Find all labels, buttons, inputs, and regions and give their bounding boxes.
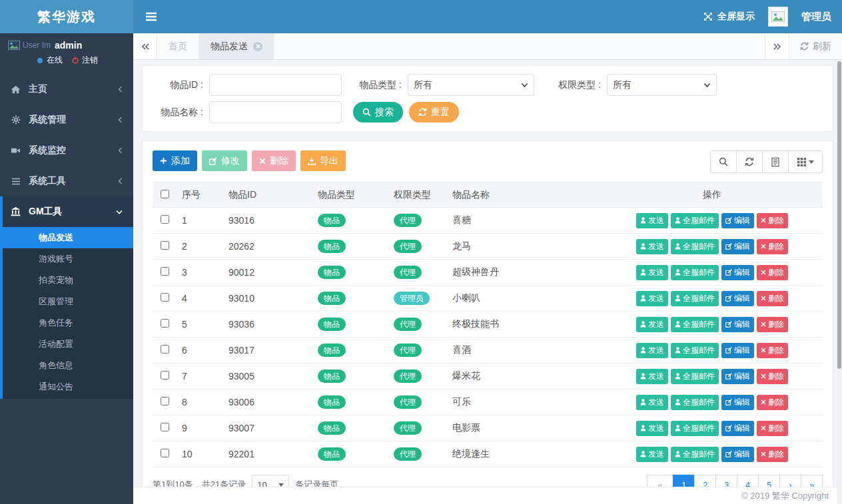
tab-close-icon[interactable] <box>253 42 262 51</box>
close-icon <box>761 296 766 301</box>
perm-type-select[interactable]: 所有 <box>607 74 717 96</box>
toggle-view-button[interactable] <box>762 150 789 173</box>
sidebar-item-gm-tools[interactable]: GM工具 <box>3 196 133 227</box>
delete-button[interactable]: 删除 <box>757 265 788 280</box>
sidebar-menu: 主页 系统管理 系统监控 系统工具 <box>0 74 133 196</box>
mail-all-button[interactable]: 全服邮件 <box>671 213 719 228</box>
delete-button[interactable]: 删除 <box>757 317 788 332</box>
tab-home[interactable]: 首页 <box>157 33 199 59</box>
edit-button[interactable]: 编辑 <box>721 291 754 306</box>
mail-all-button[interactable]: 全服邮件 <box>671 265 719 280</box>
send-button[interactable]: 发送 <box>636 343 668 358</box>
logout-button[interactable]: 注销 <box>72 55 98 66</box>
row-checkbox[interactable] <box>161 371 169 379</box>
item-type-select[interactable]: 所有 <box>408 74 534 96</box>
tabs-scroll-left-button[interactable] <box>133 33 157 59</box>
table-search-toggle-button[interactable] <box>710 150 737 173</box>
mail-all-button[interactable]: 全服邮件 <box>671 317 719 332</box>
delete-button[interactable]: 删除 <box>757 239 788 254</box>
send-button[interactable]: 发送 <box>636 395 668 410</box>
row-checkbox[interactable] <box>161 319 169 328</box>
sidebar-subitem-角色信息[interactable]: 角色信息 <box>3 355 133 376</box>
mail-all-button[interactable]: 全服邮件 <box>671 395 719 410</box>
cell-no: 3 <box>177 260 223 286</box>
sidebar-subitem-拍卖宠物[interactable]: 拍卖宠物 <box>3 270 133 291</box>
row-checkbox[interactable] <box>161 345 169 354</box>
vertical-scrollbar[interactable] <box>837 60 842 504</box>
fullscreen-button[interactable]: 全屏显示 <box>703 11 755 23</box>
row-checkbox[interactable] <box>161 293 169 302</box>
table-toolbar: 添加 修改 删除 导出 <box>153 150 823 173</box>
mail-all-button[interactable]: 全服邮件 <box>671 369 719 384</box>
send-button[interactable]: 发送 <box>636 213 668 228</box>
sidebar-item-system-tools[interactable]: 系统工具 <box>0 166 133 196</box>
row-checkbox[interactable] <box>161 423 169 431</box>
delete-button[interactable]: 删除 <box>252 150 296 171</box>
tab-item-send[interactable]: 物品发送 <box>199 33 274 59</box>
edit-button[interactable]: 编辑 <box>721 421 754 436</box>
sidebar-subitem-区服管理[interactable]: 区服管理 <box>3 291 133 312</box>
mail-all-button[interactable]: 全服邮件 <box>671 239 719 254</box>
mail-all-button[interactable]: 全服邮件 <box>671 421 719 436</box>
sidebar-subitem-通知公告[interactable]: 通知公告 <box>3 376 133 397</box>
table-refresh-button[interactable] <box>736 150 763 173</box>
avatar[interactable] <box>768 7 788 27</box>
send-button[interactable]: 发送 <box>636 291 668 306</box>
delete-button[interactable]: 删除 <box>757 343 788 358</box>
export-button[interactable]: 导出 <box>300 150 346 171</box>
sidebar-subitem-游戏账号[interactable]: 游戏账号 <box>3 248 133 270</box>
search-button[interactable]: 搜索 <box>353 102 403 123</box>
refresh-tab-button[interactable]: 刷新 <box>789 33 842 59</box>
send-button[interactable]: 发送 <box>636 447 668 462</box>
delete-button[interactable]: 删除 <box>757 213 788 228</box>
user-icon <box>640 217 646 224</box>
send-button[interactable]: 发送 <box>636 265 668 280</box>
mail-all-button[interactable]: 全服邮件 <box>671 343 719 358</box>
row-checkbox[interactable] <box>161 215 169 224</box>
edit-button[interactable]: 编辑 <box>721 239 754 254</box>
edit-button[interactable]: 编辑 <box>721 395 754 410</box>
cell-item-id: 93006 <box>223 389 312 415</box>
tabs-scroll-right-button[interactable] <box>765 33 789 59</box>
reset-button[interactable]: 重置 <box>409 102 459 123</box>
cell-item-id: 20262 <box>223 234 312 260</box>
send-button[interactable]: 发送 <box>636 369 668 384</box>
row-checkbox[interactable] <box>161 449 169 457</box>
send-button[interactable]: 发送 <box>636 317 668 332</box>
sidebar-item-system-admin[interactable]: 系统管理 <box>0 105 133 135</box>
search-icon <box>362 108 371 117</box>
sidebar-subitem-活动配置[interactable]: 活动配置 <box>3 334 133 355</box>
edit-button[interactable]: 编辑 <box>721 343 754 358</box>
sidebar-toggle-icon[interactable] <box>145 12 157 21</box>
row-checkbox[interactable] <box>161 267 169 276</box>
edit-icon <box>725 347 732 354</box>
edit-button[interactable]: 编辑 <box>721 447 754 462</box>
scrollbar-thumb[interactable] <box>837 61 841 369</box>
columns-dropdown-button[interactable] <box>788 150 823 173</box>
edit-button[interactable]: 编辑 <box>721 265 754 280</box>
mail-all-button[interactable]: 全服邮件 <box>671 291 719 306</box>
send-button[interactable]: 发送 <box>636 239 668 254</box>
add-button[interactable]: 添加 <box>153 150 197 171</box>
current-user-label[interactable]: 管理员 <box>801 11 831 23</box>
mail-all-button[interactable]: 全服邮件 <box>671 447 719 462</box>
sidebar-item-home[interactable]: 主页 <box>0 74 133 105</box>
modify-button[interactable]: 修改 <box>202 150 247 171</box>
delete-button[interactable]: 删除 <box>757 291 788 306</box>
select-all-checkbox[interactable] <box>161 190 169 198</box>
edit-button[interactable]: 编辑 <box>721 317 754 332</box>
delete-button[interactable]: 删除 <box>757 447 788 462</box>
row-checkbox[interactable] <box>161 241 169 250</box>
edit-button[interactable]: 编辑 <box>721 213 754 228</box>
delete-button[interactable]: 删除 <box>757 369 788 384</box>
sidebar-subitem-物品发送[interactable]: 物品发送 <box>3 227 133 248</box>
item-id-input[interactable] <box>209 74 342 96</box>
item-name-input[interactable] <box>209 101 342 123</box>
row-checkbox[interactable] <box>161 397 169 405</box>
sidebar-subitem-角色任务[interactable]: 角色任务 <box>3 312 133 334</box>
sidebar-item-system-monitor[interactable]: 系统监控 <box>0 135 133 166</box>
send-button[interactable]: 发送 <box>636 421 668 436</box>
delete-button[interactable]: 删除 <box>757 395 788 410</box>
delete-button[interactable]: 删除 <box>757 421 788 436</box>
edit-button[interactable]: 编辑 <box>721 369 754 384</box>
